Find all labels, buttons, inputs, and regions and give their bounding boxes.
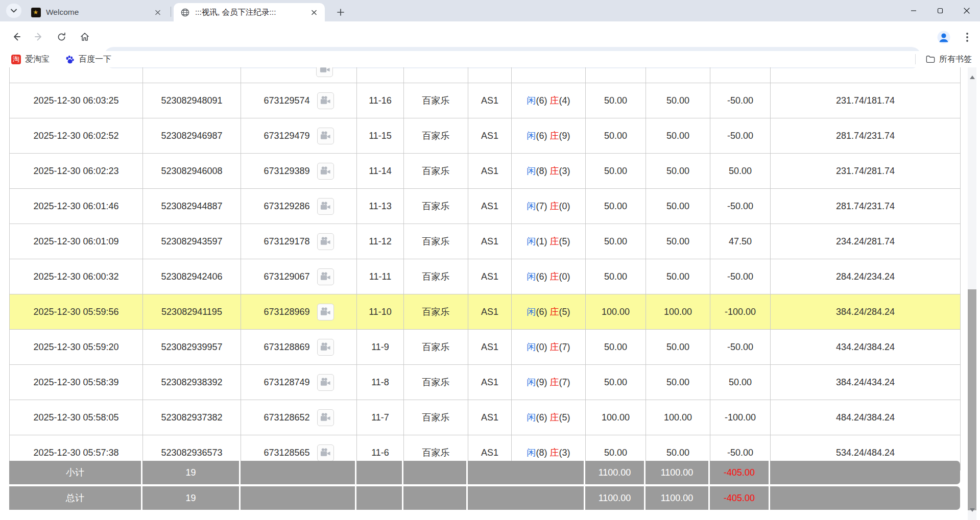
bet-id: 523082943597 <box>143 224 241 259</box>
reload-button[interactable] <box>52 28 70 46</box>
tab-betrecord[interactable]: :::视讯, 会员下注纪录::: <box>174 3 325 21</box>
partial-row-cell <box>512 67 586 83</box>
browser-toolbar: videoie.com/ipl/portal.php/game/betrecor… <box>0 21 980 51</box>
home-icon <box>80 32 90 42</box>
bet-row-highlighted: 2025-12-30 05:59:56523082941195673128969… <box>10 294 961 330</box>
banker-points: (0) <box>559 271 570 282</box>
replay-video-button[interactable] <box>317 304 334 320</box>
partial-row-cell <box>586 67 646 83</box>
minimize-icon[interactable] <box>900 0 927 21</box>
game-number-text: 673128652 <box>264 412 309 423</box>
replay-video-button[interactable] <box>317 233 334 250</box>
player-label: 闲 <box>527 377 536 387</box>
total-empty <box>241 486 356 510</box>
win-loss: -50.00 <box>710 189 771 224</box>
banker-points: (7) <box>559 342 570 352</box>
round-number: 11-13 <box>357 189 404 224</box>
scrollbar-thumb[interactable] <box>968 289 976 510</box>
browser-menu-icon[interactable] <box>958 28 976 46</box>
valid-amount: 50.00 <box>646 189 710 224</box>
banker-label: 庄 <box>550 271 559 282</box>
bet-amount: 50.00 <box>586 118 646 154</box>
bet-detail: 闲(6) 庄(9) <box>512 118 586 154</box>
balance: 281.74/231.74 <box>771 118 961 154</box>
replay-video-button[interactable] <box>317 128 334 144</box>
round-number: 11-15 <box>357 118 404 154</box>
replay-video-icon <box>320 377 331 387</box>
tab-close-icon[interactable] <box>152 7 163 18</box>
banker-label: 庄 <box>550 448 559 458</box>
valid-amount: 50.00 <box>646 154 710 189</box>
replay-video-icon <box>320 236 331 246</box>
game-number: 673128969 <box>241 294 357 330</box>
forward-arrow-icon <box>34 32 44 42</box>
forward-button[interactable] <box>30 28 48 46</box>
home-button[interactable] <box>76 28 94 46</box>
subtotal-bet-amount: 1100.00 <box>585 461 646 484</box>
maximize-icon[interactable] <box>927 0 953 21</box>
table-number: AS1 <box>468 259 512 294</box>
partial-row-cell <box>404 67 468 83</box>
taobao-icon: 淘 <box>11 55 21 64</box>
replay-video-button[interactable] <box>317 163 334 180</box>
replay-video-button[interactable] <box>316 67 333 77</box>
replay-video-button[interactable] <box>317 374 334 391</box>
replay-video-button[interactable] <box>317 409 334 426</box>
new-tab-button[interactable] <box>333 5 348 20</box>
bet-detail: 闲(6) 庄(4) <box>512 83 586 118</box>
profile-avatar-icon[interactable] <box>934 27 954 47</box>
bet-table-body: 2025-12-30 06:03:25523082948091673129574… <box>10 67 961 471</box>
scroll-up-icon[interactable] <box>968 67 976 76</box>
bet-record-table: 2025-12-30 06:03:25523082948091673129574… <box>9 67 961 471</box>
game-name: 百家乐 <box>404 154 468 189</box>
replay-video-button[interactable] <box>317 444 334 461</box>
scroll-down-icon[interactable] <box>968 511 976 520</box>
table-number: AS1 <box>468 224 512 259</box>
bookmark-baidu[interactable]: 百度一下 <box>61 53 115 66</box>
bet-id: 523082939957 <box>143 330 241 365</box>
game-number: 673129479 <box>241 118 357 154</box>
replay-video-icon <box>320 448 331 458</box>
player-label: 闲 <box>527 95 536 106</box>
subtotal-empty <box>468 461 585 484</box>
vertical-scrollbar[interactable] <box>968 67 976 520</box>
total-win-loss: -405.00 <box>710 486 770 510</box>
bookmark-label: 百度一下 <box>79 54 111 65</box>
game-name: 百家乐 <box>404 118 468 154</box>
bet-row: 2025-12-30 06:01:09523082943597673129178… <box>10 224 961 259</box>
balance: 384.24/434.24 <box>771 365 961 400</box>
subtotal-valid-amount: 1100.00 <box>646 461 710 484</box>
banker-label: 庄 <box>550 342 559 352</box>
banker-label: 庄 <box>550 307 559 317</box>
balance: 384.24/284.24 <box>771 294 961 330</box>
player-points: (8) <box>536 448 550 458</box>
player-label: 闲 <box>527 201 536 211</box>
replay-video-button[interactable] <box>317 268 334 285</box>
banker-label: 庄 <box>550 377 559 387</box>
replay-video-button[interactable] <box>317 339 334 356</box>
bet-time: 2025-12-30 06:01:09 <box>10 224 143 259</box>
game-number: 673129067 <box>241 259 357 294</box>
subtotal-count: 19 <box>142 461 241 484</box>
replay-video-button[interactable] <box>317 92 334 109</box>
folder-icon <box>926 55 935 63</box>
all-bookmarks-button[interactable]: 所有书签 <box>922 53 976 66</box>
tab-title: Welcome <box>46 8 148 17</box>
game-number-text: 673128565 <box>264 448 309 458</box>
bookmark-aitaobao[interactable]: 淘 爱淘宝 <box>7 53 54 66</box>
game-name: 百家乐 <box>404 330 468 365</box>
bet-time: 2025-12-30 06:03:25 <box>10 83 143 118</box>
tab-search-button[interactable] <box>6 4 21 18</box>
banker-points: (3) <box>559 166 570 176</box>
bookmarks-separator <box>915 54 916 64</box>
round-number: 11-10 <box>357 294 404 330</box>
bet-time: 2025-12-30 06:01:46 <box>10 189 143 224</box>
close-window-icon[interactable] <box>953 0 980 21</box>
banker-points: (5) <box>559 412 570 423</box>
replay-video-button[interactable] <box>317 198 334 215</box>
tab-welcome[interactable]: ★ Welcome <box>25 3 169 21</box>
back-button[interactable] <box>7 28 26 46</box>
tab-close-icon[interactable] <box>308 7 320 18</box>
game-number-text: 673129574 <box>264 95 309 106</box>
bet-row: 2025-12-30 05:58:05523082937382673128652… <box>10 400 961 435</box>
